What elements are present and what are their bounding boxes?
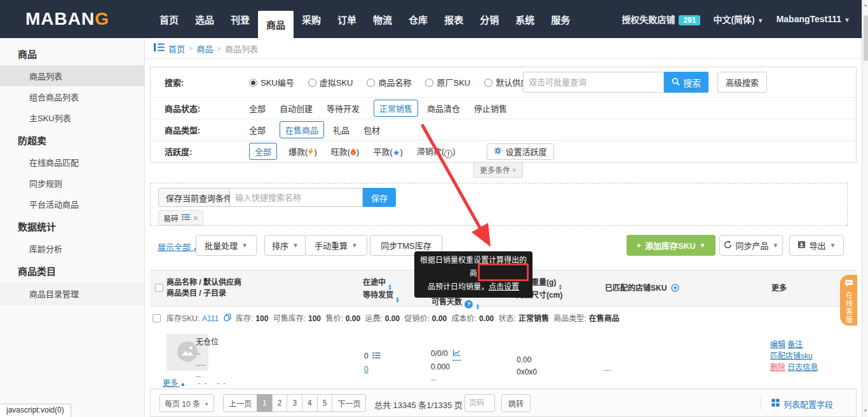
sort-button[interactable]: 排序▼ [264,235,306,256]
sidebar-section-categories[interactable]: 商品类目 [0,259,144,282]
match-shop-sku-link[interactable]: 匹配店铺sku [770,352,813,361]
breadcrumb-home[interactable]: 首页 [168,43,185,55]
scroll-up-icon[interactable]: ▲ [862,3,868,7]
type-packaging[interactable]: 包材 [363,124,380,136]
recalculate-button[interactable]: 手动重算▼ [305,235,367,256]
status-stopped[interactable]: 停止销售 [474,102,507,114]
column-product[interactable]: 商品名称 / 默认供应商 商品类目 / 子目录 [166,277,241,299]
online-service-tab[interactable]: 在线客服 [840,275,857,326]
show-all-link[interactable]: 展示全部 ▲ [158,241,199,253]
note-link[interactable]: 备注 [787,340,803,349]
jump-button[interactable]: 跳转 [501,394,531,412]
nav-item-purchase[interactable]: 采购 [294,0,329,38]
select-all-checkbox[interactable] [155,284,163,292]
nav-item-distribution[interactable]: 分销 [471,0,507,38]
user-menu[interactable]: MabangTest111▼ [776,14,850,24]
more-conditions-button[interactable]: 更多条件» [473,162,523,178]
export-button[interactable]: 导出▼ [789,235,844,256]
radio-sku-code[interactable]: SKU编号 [249,76,294,88]
sort-icon[interactable]: ▲▼ [475,303,480,310]
activity-all-selected[interactable]: 全部 [249,143,277,160]
next-page-button[interactable]: 下一页 [332,394,366,412]
sidebar-item-combo-list[interactable]: 组合商品列表 [0,86,144,107]
row-more-link[interactable]: 更多 ▲ [163,379,186,388]
delete-link[interactable]: 删除 [770,363,785,372]
quick-search-name-input[interactable] [229,188,363,207]
sidebar-item-main-sku-list[interactable]: 主SKU列表 [0,107,144,128]
quick-search-tag[interactable]: 易碎 × [158,210,203,225]
sidebar-item-platform-activity[interactable]: 平台活动商品 [0,194,144,215]
status-normal-sale-selected[interactable]: 正常销售 [374,100,418,117]
close-icon[interactable]: × [193,213,198,223]
activity-hot[interactable]: 爆款 [288,145,317,157]
set-activity-button[interactable]: 设置活跃度 [487,143,553,160]
nav-item-logistics[interactable]: 物流 [365,0,400,38]
question-icon[interactable] [465,300,473,308]
search-button[interactable]: 搜索 [664,72,709,93]
chart-icon[interactable] [452,347,461,361]
activity-slow[interactable]: 滞销款! [417,145,456,158]
circle-plus-icon[interactable] [671,285,679,294]
row-checkbox[interactable] [153,314,161,322]
nav-item-orders[interactable]: 订单 [329,0,365,38]
sidebar-section-oversell[interactable]: 防超卖 [0,128,144,152]
type-gift[interactable]: 礼品 [333,124,349,136]
page-button-1[interactable]: 1 [257,394,273,412]
type-all[interactable]: 全部 [249,124,266,136]
status-pending-dev[interactable]: 等待开发 [327,102,360,114]
nav-item-warehouse[interactable]: 仓库 [400,0,436,38]
failed-shops-link[interactable]: 授权失败店铺291 [621,13,700,25]
status-auto-created[interactable]: 自动创建 [280,102,313,114]
activity-popular[interactable]: 旺款 [331,145,360,157]
sidebar-section-products[interactable]: 商品 [0,42,144,65]
nav-item-system[interactable]: 系统 [507,0,543,38]
add-stock-sku-button[interactable]: +添加库存SKU▼ [627,235,715,256]
vertical-scrollbar[interactable]: ▲ ▼ [862,0,868,417]
page-button-4[interactable]: 4 [302,394,318,412]
sort-icon[interactable]: ▲▼ [558,284,562,290]
sort-icon[interactable]: ▲▼ [395,296,400,303]
sort-icon[interactable]: ▲▼ [388,284,392,290]
page-button-3[interactable]: 3 [287,394,302,412]
batch-process-button[interactable]: 批量处理▼ [196,235,257,256]
sidebar-item-catalog-mgmt[interactable]: 商品目录管理 [0,282,144,305]
search-input[interactable] [523,72,664,93]
scrollbar-thumb[interactable] [864,15,868,61]
nav-item-reports[interactable]: 报表 [436,0,471,38]
sync-product-button[interactable]: 同步产品▼ [719,235,783,256]
mabang-logo[interactable]: MABANG [25,9,109,29]
page-button-5[interactable]: 5 [317,394,333,412]
copy-icon[interactable] [224,314,231,323]
activity-average[interactable]: 平款★ [373,145,402,157]
edit-link[interactable]: 编辑 [770,340,785,349]
collapse-menu-icon[interactable] [154,43,165,53]
sidebar-item-online-match[interactable]: 在线商品匹配 [0,152,144,173]
page-number-input[interactable] [465,394,495,412]
nav-item-service[interactable]: 服务 [543,0,578,38]
status-all[interactable]: 全部 [249,102,266,114]
sidebar-section-statistics[interactable]: 数据统计 [0,215,144,238]
sidebar-item-product-list[interactable]: 商品列表 [0,65,144,86]
log-info-link[interactable]: 日志信息 [787,363,818,372]
scroll-down-icon[interactable]: ▼ [862,409,868,413]
sku-link[interactable]: A111 [202,314,219,323]
type-onsale-selected[interactable]: 在售商品 [280,121,324,138]
waiting-ship-link[interactable]: 0 [364,365,369,374]
nav-item-home[interactable]: 首页 [151,0,187,38]
page-button-2[interactable]: 2 [272,394,288,412]
column-config-link[interactable]: 列表配置字段 [761,397,833,410]
nav-item-selection[interactable]: 选品 [187,0,222,38]
detail-list-icon[interactable] [372,352,381,361]
advanced-search-button[interactable]: 高级搜索 [717,72,767,93]
save-button[interactable]: 保存 [363,188,396,207]
per-page-selector[interactable]: 每页 10 条▲ [159,394,214,412]
nav-item-listing[interactable]: 刊登 [222,0,258,38]
radio-product-name[interactable]: 商品名称 [367,76,411,88]
sidebar-item-sync-rules[interactable]: 同步规则 [0,173,144,194]
breadcrumb-products[interactable]: 商品 [196,43,213,55]
radio-factory-sku[interactable]: 原厂SKU [425,76,470,88]
nav-item-products[interactable]: 商品 [258,11,294,38]
status-clearance[interactable]: 商品清仓 [427,102,460,114]
language-selector[interactable]: 中文(简体)▼ [713,13,763,25]
prev-page-button[interactable]: 上一页 [223,394,257,412]
